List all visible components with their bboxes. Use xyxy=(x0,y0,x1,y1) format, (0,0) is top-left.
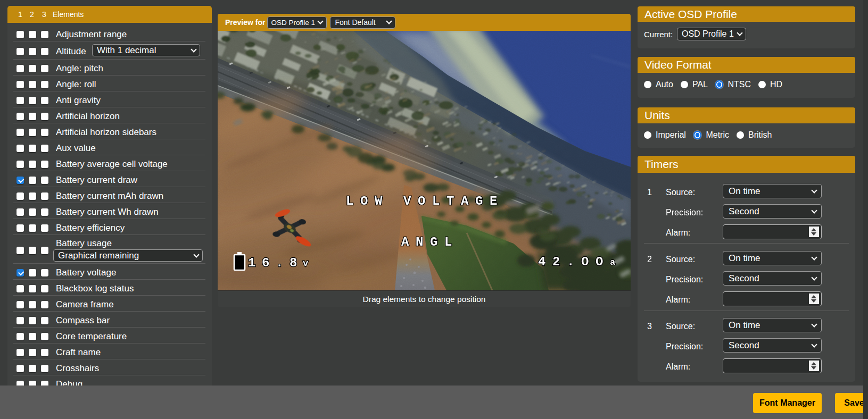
svg-text:42.OO: 42.OO xyxy=(538,255,610,269)
svg-text:a: a xyxy=(610,257,615,267)
svg-text:16.8: 16.8 xyxy=(248,256,303,270)
svg-text:v: v xyxy=(303,258,308,269)
svg-text:ANGL: ANGL xyxy=(401,235,459,249)
svg-text:LOW VOLTAGE: LOW VOLTAGE xyxy=(346,194,504,208)
